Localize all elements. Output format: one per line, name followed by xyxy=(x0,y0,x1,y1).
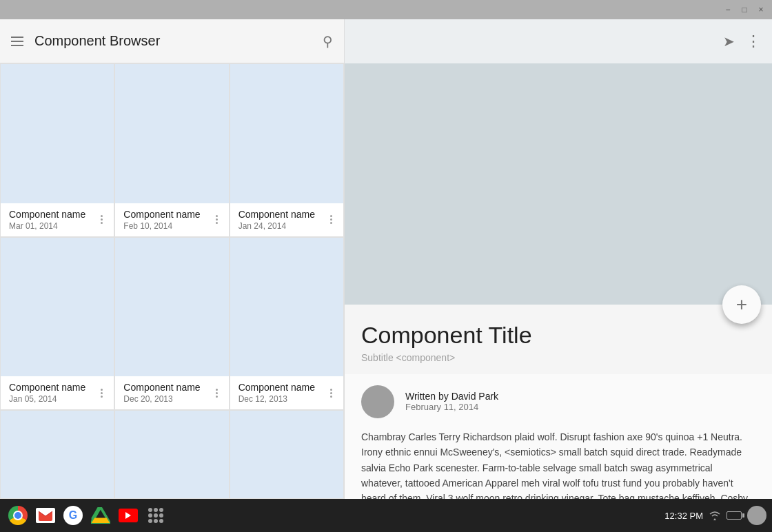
item-preview xyxy=(115,64,228,203)
item-name: Component name xyxy=(238,382,327,393)
item-text: Component name Feb 10, 2014 xyxy=(123,209,212,231)
item-name: Component name xyxy=(9,209,98,220)
right-app-bar: ➤ ⋮ xyxy=(345,19,772,63)
right-panel: ➤ ⋮ + Component Title Subtitle <componen… xyxy=(345,19,772,499)
left-panel: Component Browser ⚲ Component name Mar 0… xyxy=(0,19,345,499)
grid-item xyxy=(114,410,229,499)
item-preview xyxy=(115,411,228,498)
content-header: Component Title Subtitle <component> xyxy=(345,305,772,374)
content-body: Written by David Park February 11, 2014 … xyxy=(345,374,772,499)
battery-icon xyxy=(727,511,742,520)
author-row: Written by David Park February 11, 2014 xyxy=(361,385,755,418)
drive-taskbar-icon[interactable] xyxy=(88,503,113,528)
item-menu-button[interactable] xyxy=(327,386,335,400)
left-app-bar: Component Browser ⚲ xyxy=(0,19,344,63)
item-preview xyxy=(230,64,343,203)
item-date: Jan 24, 2014 xyxy=(238,221,327,231)
item-date: Dec 20, 2013 xyxy=(123,394,212,404)
taskbar-time: 12:32 PM xyxy=(664,511,703,521)
item-date: Mar 01, 2014 xyxy=(9,221,98,231)
title-bar: − □ × xyxy=(0,0,772,19)
item-info: Component name Jan 24, 2014 xyxy=(230,203,343,236)
more-vert-icon[interactable]: ⋮ xyxy=(746,32,761,50)
search-icon[interactable]: ⚲ xyxy=(323,33,333,50)
hamburger-icon[interactable] xyxy=(11,37,23,46)
item-text: Component name Dec 20, 2013 xyxy=(123,382,212,404)
wifi-icon xyxy=(709,511,721,520)
body-text: Chambray Carles Terry Richardson plaid w… xyxy=(361,429,755,499)
grid-item xyxy=(0,410,114,499)
item-preview xyxy=(1,411,114,498)
content-section: Component Title Subtitle <component> Wri… xyxy=(345,305,772,499)
svg-marker-2 xyxy=(92,518,110,523)
component-grid: Component name Mar 01, 2014 Component na… xyxy=(0,63,344,499)
item-text: Component name Dec 12, 2013 xyxy=(238,382,327,404)
item-preview xyxy=(1,238,114,377)
taskbar-right: 12:32 PM xyxy=(664,506,766,525)
minimize-button[interactable]: − xyxy=(722,4,733,15)
item-info: Component name Jan 05, 2014 xyxy=(1,376,114,409)
item-preview xyxy=(115,238,228,377)
youtube-taskbar-icon[interactable] xyxy=(116,503,141,528)
item-text: Component name Jan 24, 2014 xyxy=(238,209,327,231)
close-button[interactable]: × xyxy=(755,4,766,15)
item-menu-button[interactable] xyxy=(213,212,221,227)
preview-area: + xyxy=(345,63,772,305)
taskbar: G 12:32 PM xyxy=(0,499,772,532)
author-date: February 11, 2014 xyxy=(405,402,498,412)
item-info: Component name Dec 20, 2013 xyxy=(115,376,228,409)
item-name: Component name xyxy=(123,382,212,393)
item-name: Component name xyxy=(123,209,212,220)
author-name: Written by David Park xyxy=(405,391,498,402)
app-bar-title: Component Browser xyxy=(34,33,312,49)
app-container: Component Browser ⚲ Component name Mar 0… xyxy=(0,19,772,499)
google-taskbar-icon[interactable]: G xyxy=(61,503,85,528)
item-name: Component name xyxy=(238,209,327,220)
chrome-taskbar-icon[interactable] xyxy=(6,503,30,528)
fab-button[interactable]: + xyxy=(722,285,761,324)
grid-item[interactable]: Component name Mar 01, 2014 xyxy=(0,63,114,237)
item-date: Feb 10, 2014 xyxy=(123,221,212,231)
item-text: Component name Mar 01, 2014 xyxy=(9,209,98,231)
content-subtitle: Subtitle <component> xyxy=(361,352,755,363)
content-title: Component Title xyxy=(361,321,755,349)
item-date: Dec 12, 2013 xyxy=(238,394,327,404)
item-menu-button[interactable] xyxy=(98,386,105,400)
gmail-taskbar-icon[interactable] xyxy=(33,503,58,528)
item-text: Component name Jan 05, 2014 xyxy=(9,382,98,404)
maximize-button[interactable]: □ xyxy=(739,4,750,15)
item-info: Component name Feb 10, 2014 xyxy=(115,203,228,236)
grid-item xyxy=(230,410,344,499)
share-icon[interactable]: ➤ xyxy=(723,33,735,50)
author-info: Written by David Park February 11, 2014 xyxy=(405,391,498,412)
item-info: Component name Mar 01, 2014 xyxy=(1,203,114,236)
grid-item[interactable]: Component name Jan 24, 2014 xyxy=(230,63,344,237)
item-name: Component name xyxy=(9,382,98,393)
user-avatar[interactable] xyxy=(747,506,766,525)
item-menu-button[interactable] xyxy=(213,386,221,400)
grid-item[interactable]: Component name Dec 12, 2013 xyxy=(230,237,344,411)
item-preview xyxy=(230,238,343,377)
grid-item[interactable]: Component name Jan 05, 2014 xyxy=(0,237,114,411)
grid-item[interactable]: Component name Dec 20, 2013 xyxy=(114,237,229,411)
item-menu-button[interactable] xyxy=(327,212,335,227)
item-preview xyxy=(1,64,114,203)
item-info: Component name Dec 12, 2013 xyxy=(230,376,343,409)
grid-item[interactable]: Component name Feb 10, 2014 xyxy=(114,63,229,237)
apps-taskbar-icon[interactable] xyxy=(143,503,168,528)
avatar xyxy=(361,385,394,418)
item-preview xyxy=(230,411,343,498)
item-date: Jan 05, 2014 xyxy=(9,394,98,404)
item-menu-button[interactable] xyxy=(98,212,105,227)
